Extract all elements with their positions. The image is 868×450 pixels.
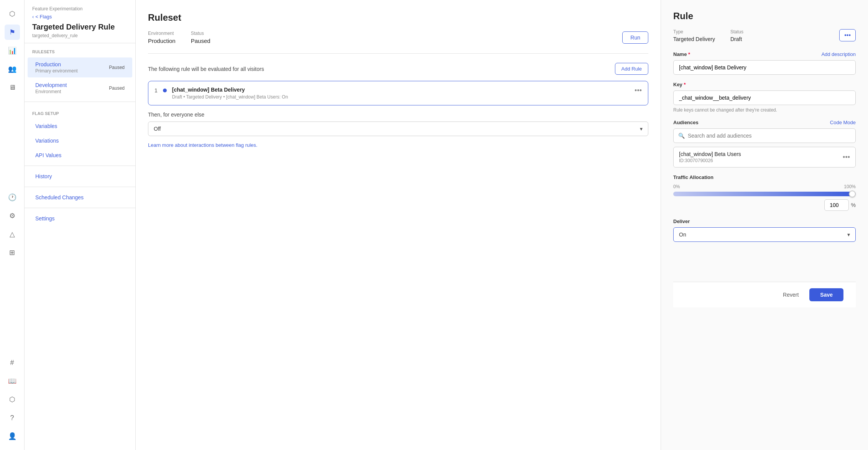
page-title: Targeted Delivery Rule — [32, 23, 128, 31]
main-content: Ruleset Environment Production Status Pa… — [136, 0, 868, 450]
search-icon: 🔍 — [678, 133, 685, 139]
add-description-link[interactable]: Add description — [821, 51, 856, 57]
more-options-button[interactable]: ••• — [839, 29, 856, 41]
panel-footer: Revert Save — [673, 282, 856, 307]
then-select[interactable]: Off On — [148, 122, 648, 136]
users-icon[interactable]: 👥 — [5, 61, 20, 77]
flag-setup-label: Flag Setup — [25, 105, 135, 119]
deliver-section: Deliver On Off ▾ — [673, 218, 856, 242]
hash-icon[interactable]: # — [5, 355, 20, 370]
key-input[interactable] — [673, 90, 856, 105]
rule-more-icon[interactable]: ••• — [635, 87, 642, 95]
traffic-section: Traffic Allocation 0% 100% % — [673, 174, 856, 211]
divider — [148, 53, 648, 54]
back-arrow-icon: ‹ — [32, 14, 34, 20]
triangle-icon[interactable]: △ — [5, 227, 20, 242]
user-icon[interactable]: 👤 — [5, 429, 20, 444]
divider-2 — [25, 166, 135, 166]
flag-key: targeted_delivery_rule — [32, 33, 128, 38]
components-icon[interactable]: ⊞ — [5, 245, 20, 260]
audiences-search-wrapper: 🔍 — [673, 128, 856, 143]
history-icon[interactable]: 🕐 — [5, 190, 20, 205]
status-label: Status — [191, 31, 210, 36]
deliver-select[interactable]: On Off — [674, 228, 855, 241]
network-icon[interactable]: ⬡ — [5, 6, 20, 21]
traffic-slider[interactable] — [673, 192, 856, 196]
divider-3 — [25, 187, 135, 187]
development-sublabel: Environment — [35, 89, 67, 94]
deliver-label: Deliver — [673, 218, 856, 224]
hierarchy-icon[interactable]: ⬡ — [5, 392, 20, 407]
rule-type-row: Type Targeted Delivery Status Draft ••• — [673, 29, 856, 42]
name-required: * — [688, 51, 690, 57]
divider-4 — [25, 208, 135, 208]
sidebar: Feature Experimentation ‹ < Flags Target… — [25, 0, 136, 450]
sidebar-item-variables[interactable]: Variables — [28, 119, 132, 133]
name-label: Name * — [673, 51, 690, 57]
env-value: Production — [148, 38, 176, 44]
key-row: Key * Rule keys cannot be changed after … — [673, 82, 856, 113]
development-label: Development — [35, 82, 67, 88]
then-label: Then, for everyone else — [148, 112, 648, 118]
audience-name: [chat_window] Beta Users — [679, 151, 741, 157]
audience-more-icon[interactable]: ••• — [843, 153, 850, 161]
traffic-value-input[interactable] — [824, 199, 849, 211]
production-sublabel: Primary environment — [35, 68, 78, 74]
rule-meta: Draft • Targeted Delivery • [chat_window… — [172, 94, 629, 100]
visitors-row: The following rule will be evaluated for… — [148, 63, 648, 75]
rule-title: [chat_window] Beta Delivery — [172, 87, 629, 93]
visitors-label: The following rule will be evaluated for… — [148, 66, 264, 72]
development-status: Paused — [109, 85, 125, 91]
type-value: Targeted Delivery — [673, 36, 715, 42]
production-status: Paused — [109, 65, 125, 70]
run-button[interactable]: Run — [622, 31, 648, 44]
save-button[interactable]: Save — [809, 288, 843, 301]
type-label: Type — [673, 29, 715, 34]
chart-icon[interactable]: 📊 — [5, 43, 20, 58]
add-rule-button[interactable]: Add Rule — [615, 63, 648, 75]
back-link[interactable]: ‹ < Flags — [32, 14, 128, 20]
name-row: Name * Add description — [673, 51, 856, 75]
key-required: * — [684, 82, 686, 87]
deliver-select-wrapper: On Off ▾ — [673, 227, 856, 242]
production-label: Production — [35, 61, 78, 67]
sidebar-item-variations[interactable]: Variations — [28, 134, 132, 148]
rulesets-section-label: Rulesets — [25, 43, 135, 57]
rule-status-value: Draft — [730, 36, 743, 42]
audience-id: ID:30070790026 — [679, 158, 741, 163]
key-hint: Rule keys cannot be changed after they'r… — [673, 107, 856, 113]
sidebar-item-api-values[interactable]: API Values — [28, 148, 132, 162]
revert-button[interactable]: Revert — [777, 289, 805, 301]
audience-tag: [chat_window] Beta Users ID:30070790026 … — [673, 147, 856, 168]
search-input[interactable] — [688, 129, 851, 143]
sidebar-item-production[interactable]: Production Primary environment Paused — [28, 57, 132, 77]
rule-card[interactable]: 1 [chat_window] Beta Delivery Draft • Ta… — [148, 81, 648, 105]
rule-panel-title: Rule — [673, 11, 856, 21]
traffic-pct: % — [851, 202, 856, 208]
name-input[interactable] — [673, 60, 856, 75]
status-value: Paused — [191, 38, 210, 44]
rule-panel: Rule Type Targeted Delivery Status Draft… — [661, 0, 868, 450]
book-icon[interactable]: 📖 — [5, 373, 20, 389]
sidebar-item-settings[interactable]: Settings — [28, 212, 132, 225]
key-label: Key * — [673, 82, 686, 87]
breadcrumb: Feature Experimentation — [32, 6, 128, 11]
traffic-label: Traffic Allocation — [673, 174, 856, 180]
rule-status-label: Status — [730, 29, 743, 34]
icon-bar: ⬡ ⚑ 📊 👥 🖥 🕐 ⚙ △ ⊞ # 📖 ⬡ ? 👤 — [0, 0, 25, 450]
help-icon[interactable]: ? — [5, 410, 20, 425]
learn-more-link[interactable]: Learn more about interactions between fl… — [148, 142, 257, 148]
monitor-icon[interactable]: 🖥 — [5, 80, 20, 95]
audiences-label: Audiences — [673, 120, 699, 125]
env-status-row: Environment Production Status Paused Run — [148, 31, 648, 44]
sidebar-item-history[interactable]: History — [28, 169, 132, 183]
flag-icon[interactable]: ⚑ — [5, 25, 20, 40]
code-mode-link[interactable]: Code Mode — [830, 120, 856, 125]
sidebar-item-scheduled-changes[interactable]: Scheduled Changes — [28, 191, 132, 204]
rule-number: 1 — [155, 87, 158, 94]
sidebar-item-development[interactable]: Development Environment Paused — [28, 78, 132, 98]
traffic-fill — [673, 192, 856, 196]
traffic-thumb[interactable] — [849, 191, 856, 197]
ruleset-panel: Ruleset Environment Production Status Pa… — [136, 0, 661, 450]
gear-icon[interactable]: ⚙ — [5, 208, 20, 223]
